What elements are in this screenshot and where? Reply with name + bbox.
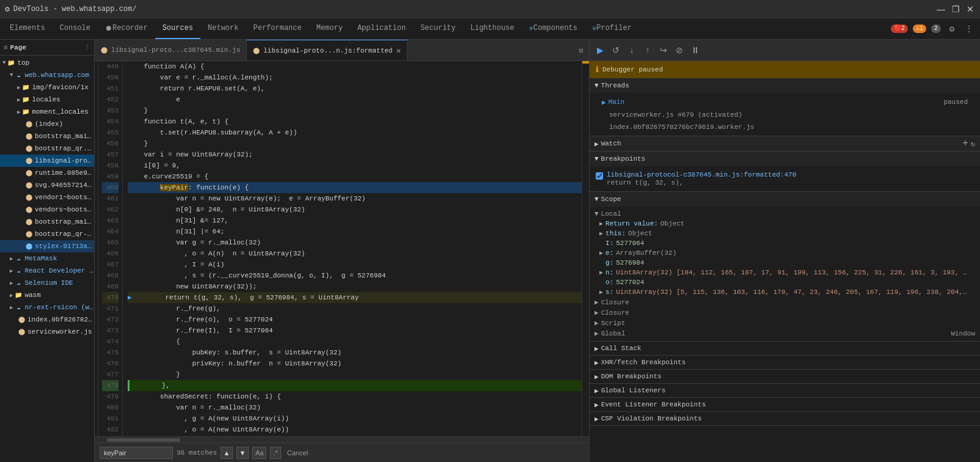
callstack-header[interactable]: ▶ Call Stack [590,342,980,355]
editor-tab-2[interactable]: ⬤ libsignal-proto...n.js:formatted ✕ [247,40,408,61]
case-sensitive-button[interactable]: Aa [252,447,266,459]
chevron-down-icon: ▼ [594,155,599,163]
watch-section-header[interactable]: ▶ Watch + ↻ [590,136,980,151]
panel-options-icon[interactable]: ⋮ [84,43,90,51]
tree-item-selenium[interactable]: ▶ ☁ Selenium IDE [0,277,94,289]
event-listeners-header[interactable]: ▶ Event Listener Breakpoints [590,398,980,411]
tree-item-bootstrap-qr-58[interactable]: ⬤ bootstrap_qr-583 [0,228,94,240]
thread-worker-1[interactable]: serviceworker.js #679 (activated) [590,109,980,121]
scope-item-n[interactable]: ▶ n: Uint8Array(32) [184, 112, 165, 107,… [590,268,980,277]
search-cancel-button[interactable]: Cancel [285,449,310,457]
thread-main[interactable]: ▶ Main paused [590,95,980,109]
tab-console[interactable]: Console [53,18,98,39]
tab-network[interactable]: Network [200,18,246,39]
tree-item-stylex[interactable]: ⬤ stylex-91713aad2 [0,240,94,252]
deactivate-breakpoints-button[interactable]: ⊘ [673,43,686,57]
tab-sources[interactable]: Sources [155,18,200,39]
close-button[interactable]: ✕ [965,4,975,14]
tree-item-top[interactable]: ▼ 📁 top [0,57,94,69]
tree-item-nr-ext[interactable]: ▶ ☁ nr-ext-rsicon (web. [0,301,94,314]
tree-item-libsignal[interactable]: ⬤ libsignal-protoco [0,155,94,167]
editor-tab-1[interactable]: ⬤ libsignal-proto...c387645.min.js [95,40,247,61]
panel-more-icon[interactable]: ≡ [4,44,8,51]
thread-worker-2[interactable]: index.0bf8267578276bc79619.worker.js [590,121,980,133]
cloud-icon: ☁ [14,254,23,263]
search-next-button[interactable]: ▼ [236,447,249,459]
tree-item-svg[interactable]: ⬤ svg.94655721425 [0,179,94,191]
chevron-right-icon: ▶ [10,304,13,311]
horizontal-scrollbar[interactable] [95,436,589,442]
threads-section-header[interactable]: ▼ Threads [590,78,980,93]
step-into-button[interactable]: ↓ [625,43,638,57]
tree-item-metamask[interactable]: ▶ ☁ MetaMask [0,252,94,265]
settings-icon[interactable]: ⚙ [946,23,958,35]
tree-item-bootstrap-main-a[interactable]: ⬤ bootstrap_main.a [0,130,94,142]
tree-item-bootstrap-qr-b[interactable]: ⬤ bootstrap_qr.b77 [0,142,94,155]
tab-components[interactable]: ⚛ Components [522,18,585,39]
chevron-right-icon: ▶ [594,298,599,306]
resume-button[interactable]: ▶ [593,43,607,57]
tab-lighthouse[interactable]: Lighthouse [463,18,522,39]
tree-item-runtime[interactable]: ⬤ runtime.085e912 [0,167,94,179]
tab-security[interactable]: Security [413,18,463,39]
tab-application[interactable]: Application [350,18,413,39]
step-over-button[interactable]: ↺ [609,43,623,57]
close-tab-icon[interactable]: ✕ [396,46,401,56]
file-icon-tab2: ⬤ [253,47,260,54]
tree-item-web-whatsapp[interactable]: ▼ ☁ web.whatsapp.com [0,69,94,81]
refresh-watch-icon[interactable]: ↻ [971,139,975,148]
tree-item-img-favicon[interactable]: ▶ 📁 img/favicon/1x [0,81,94,94]
tab-recorder[interactable]: ⏺ Recorder [98,18,155,39]
csp-breakpoints-header[interactable]: ▶ CSP Violation Breakpoints [590,412,980,425]
scope-item-this[interactable]: ▶ this: Object [590,229,980,238]
scope-item-I[interactable]: ▶ I: 5277064 [590,238,980,248]
right-scrollbar[interactable] [582,61,589,436]
tab-memory[interactable]: Memory [309,18,350,39]
tree-item-wasm[interactable]: ▶ 📁 wasm [0,289,94,301]
step-out-button[interactable]: ↑ [641,43,654,57]
more-icon[interactable]: ⋮ [963,23,975,35]
tree-item-vendors[interactable]: ⬤ vendors~bootstr [0,204,94,216]
panel-header: ≡ Page ⋮ [0,40,94,56]
scope-closure-header[interactable]: ▶ Closure [590,297,980,307]
dom-breakpoints-header[interactable]: ▶ DOM Breakpoints [590,370,980,383]
scope-item-s[interactable]: ▶ s: Uint8Array(32) [5, 115, 136, 103, 1… [590,287,980,297]
maximize-button[interactable]: ❐ [951,4,960,14]
search-input[interactable] [100,447,173,459]
minimize-button[interactable]: — [936,4,946,14]
tree-item-react-dev[interactable]: ▶ ☁ React Developer To [0,265,94,277]
scope-local-header[interactable]: ▼ Local [590,209,980,219]
tree-item-locales[interactable]: ▶ 📁 locales [0,94,94,106]
search-prev-button[interactable]: ▲ [221,447,233,459]
tree-item-moment-locales[interactable]: ▶ 📁 moment_locales [0,106,94,118]
tree-item-index[interactable]: ⬤ (index) [0,118,94,130]
scope-item-return-value[interactable]: ▶ Return value: Object [590,219,980,229]
scope-global-header[interactable]: ▶ Global Window [590,328,980,339]
scope-item-o[interactable]: ▶ o: 5277024 [590,277,980,287]
step-button[interactable]: ↪ [657,43,670,57]
add-watch-icon[interactable]: + [962,139,968,148]
tab-performance[interactable]: Performance [246,18,309,39]
chevron-down-icon: ▼ [594,82,599,89]
regex-button[interactable]: .* [270,447,280,459]
scope-section-header[interactable]: ▼ Scope [590,192,980,207]
tree-item-bootstrap-main-3[interactable]: ⬤ bootstrap_main.3 [0,216,94,228]
scope-item-e[interactable]: ▶ e: ArrayBuffer(32) [590,248,980,258]
global-listeners-header[interactable]: ▶ Global Listeners [590,384,980,397]
scope-item-g[interactable]: ▶ g: 5276984 [590,258,980,268]
code-content[interactable]: function A(A) { var e = r._malloc(A.leng… [123,61,582,436]
tree-item-index-0bf82[interactable]: ⬤ index.0bf82678278 [0,314,94,326]
tab-profiler[interactable]: ⚛ Profiler [585,18,639,39]
scope-script-header[interactable]: ▶ Script [590,318,980,328]
folder-icon: 📁 [21,95,30,104]
format-icon[interactable]: ⊡ [576,45,587,56]
tree-item-serviceworker[interactable]: ⬤ serviceworker.js [0,326,94,338]
tree-item-vendor1[interactable]: ⬤ vendor1~bootstr [0,191,94,204]
breakpoints-section-header[interactable]: ▼ Breakpoints [590,152,980,166]
pause-on-exceptions-button[interactable]: ⏸ [689,43,702,57]
breakpoint-checkbox[interactable] [596,172,603,180]
scrollbar-thumb[interactable] [107,438,180,442]
xhr-breakpoints-header[interactable]: ▶ XHR/fetch Breakpoints [590,356,980,369]
scope-closure2-header[interactable]: ▶ Closure [590,307,980,318]
tab-elements[interactable]: Elements [2,18,53,39]
